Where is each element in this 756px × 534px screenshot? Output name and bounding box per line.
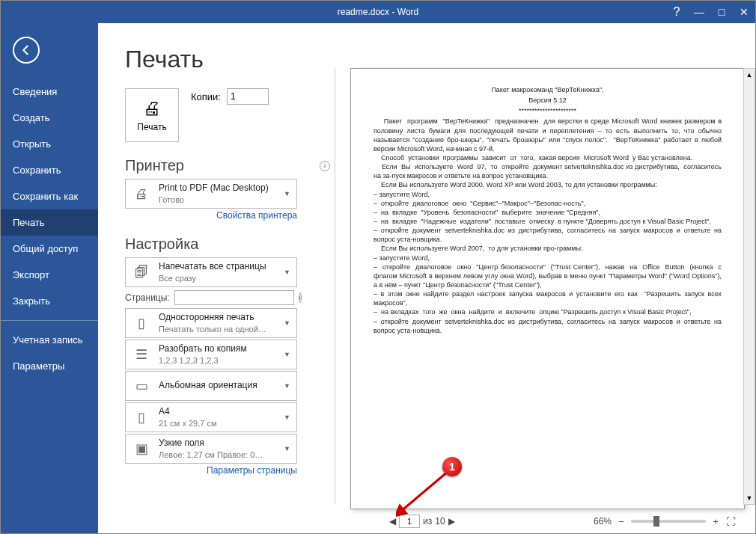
sides-dropdown[interactable]: ▯ Односторонняя печать Печатать только н… bbox=[125, 308, 297, 338]
pages-icon: 🗐 bbox=[130, 261, 153, 283]
vertical-divider bbox=[335, 68, 335, 503]
copies-input[interactable] bbox=[227, 88, 269, 105]
print-button-label: Печать bbox=[137, 122, 166, 132]
preview-statusbar: ◀ из 10 ▶ 66% − + ⛶ bbox=[350, 509, 745, 533]
back-button[interactable] bbox=[13, 37, 40, 64]
pages-input[interactable] bbox=[174, 290, 294, 305]
nav-account[interactable]: Учетная запись bbox=[1, 327, 98, 353]
preview-title1: Пакет макрокоманд "ВерТеКнижка". bbox=[374, 85, 722, 94]
preview-title2: Версия 5.12 bbox=[374, 96, 722, 105]
zoom-in-button[interactable]: + bbox=[710, 516, 721, 527]
nav-open[interactable]: Открыть bbox=[1, 131, 98, 157]
page-heading: Печать bbox=[125, 46, 330, 73]
info-icon[interactable]: i bbox=[320, 161, 330, 171]
titlebar: readme.docx - Word ? — □ ✕ bbox=[1, 1, 755, 23]
printer-device-icon: 🖨 bbox=[130, 182, 153, 205]
printer-icon: 🖨 bbox=[143, 98, 161, 119]
prev-page-button[interactable]: ◀ bbox=[389, 516, 396, 527]
window-title: readme.docx - Word bbox=[338, 7, 419, 17]
preview-scrollbar[interactable]: ▲ ▼ bbox=[743, 68, 755, 505]
scroll-up-icon[interactable]: ▲ bbox=[744, 69, 755, 81]
margins-dropdown[interactable]: ▣ Узкие поля Левое: 1,27 см Правое: 0… ▼ bbox=[125, 434, 297, 464]
chevron-down-icon: ▼ bbox=[282, 190, 292, 197]
page-number-input[interactable] bbox=[399, 515, 420, 528]
paper-dropdown[interactable]: ▯ A4 21 см x 29,7 см ▼ bbox=[125, 402, 297, 432]
printer-section-title: Принтер bbox=[125, 157, 184, 174]
printer-status: Готово bbox=[159, 194, 276, 205]
chevron-down-icon: ▼ bbox=[282, 445, 292, 452]
close-button[interactable]: ✕ bbox=[733, 1, 755, 23]
preview-pane: Пакет макрокоманд "ВерТеКнижка". Версия … bbox=[340, 23, 755, 533]
backstage-sidebar: Сведения Создать Открыть Сохранить Сохра… bbox=[1, 23, 98, 533]
chevron-down-icon: ▼ bbox=[282, 414, 292, 421]
nav-info[interactable]: Сведения bbox=[1, 79, 98, 105]
settings-section-title: Настройка bbox=[125, 236, 198, 253]
margins-icon: ▣ bbox=[130, 438, 153, 460]
zoom-slider[interactable] bbox=[631, 520, 706, 523]
page-sep: из bbox=[423, 516, 432, 527]
preview-body: Пакет программ "ВерТеКнижка" предназначе… bbox=[374, 117, 722, 334]
scroll-down-icon[interactable]: ▼ bbox=[744, 492, 755, 504]
pages-label: Страницы: bbox=[125, 292, 170, 303]
print-controls: Печать 🖨 Печать Копии: Принтер i bbox=[98, 23, 330, 533]
zoom-fit-button[interactable]: ⛶ bbox=[725, 516, 736, 527]
next-page-button[interactable]: ▶ bbox=[448, 516, 455, 527]
chevron-down-icon: ▼ bbox=[282, 382, 292, 390]
landscape-icon: ▭ bbox=[130, 375, 153, 397]
page-preview: Пакет макрокоманд "ВерТеКнижка". Версия … bbox=[350, 68, 745, 509]
print-button[interactable]: 🖨 Печать bbox=[125, 88, 179, 142]
printer-properties-link[interactable]: Свойства принтера bbox=[125, 210, 297, 221]
chevron-down-icon: ▼ bbox=[282, 351, 292, 358]
nav-save[interactable]: Сохранить bbox=[1, 157, 98, 183]
printer-name: Print to PDF (Mac Desktop) bbox=[159, 182, 276, 194]
maximize-button[interactable]: □ bbox=[710, 1, 733, 23]
nav-close[interactable]: Закрыть bbox=[1, 288, 98, 314]
zoom-thumb[interactable] bbox=[653, 516, 659, 527]
orientation-dropdown[interactable]: ▭ Альбомная ориентация ▼ bbox=[125, 371, 297, 401]
print-range-dropdown[interactable]: 🗐 Напечатать все страницы Все сразу ▼ bbox=[125, 257, 297, 287]
zoom-out-button[interactable]: − bbox=[616, 516, 627, 527]
paper-icon: ▯ bbox=[130, 406, 153, 429]
nav-new[interactable]: Создать bbox=[1, 105, 98, 131]
nav-export[interactable]: Экспорт bbox=[1, 262, 98, 288]
nav-share[interactable]: Общий доступ bbox=[1, 236, 98, 262]
chevron-down-icon: ▼ bbox=[282, 319, 292, 327]
help-icon[interactable]: ? bbox=[665, 1, 688, 23]
nav-saveas[interactable]: Сохранить как bbox=[1, 183, 98, 209]
page-total: 10 bbox=[435, 516, 445, 527]
annotation-callout-1: 1 bbox=[442, 457, 462, 476]
scroll-track[interactable] bbox=[744, 81, 755, 492]
nav-print[interactable]: Печать bbox=[1, 209, 98, 236]
one-sided-icon: ▯ bbox=[130, 312, 153, 334]
arrow-left-icon bbox=[19, 43, 33, 57]
nav-separator bbox=[1, 320, 98, 321]
collate-icon: ☰ bbox=[130, 343, 153, 366]
page-setup-link[interactable]: Параметры страницы bbox=[125, 465, 297, 476]
zoom-value: 66% bbox=[594, 516, 612, 527]
minimize-button[interactable]: — bbox=[688, 1, 710, 23]
collate-dropdown[interactable]: ☰ Разобрать по копиям 1,2,3 1,2,3 1,2,3 … bbox=[125, 340, 297, 369]
nav-options[interactable]: Параметры bbox=[1, 353, 98, 379]
chevron-down-icon: ▼ bbox=[282, 268, 292, 276]
preview-stars: ********************** bbox=[374, 106, 722, 115]
copies-label: Копии: bbox=[191, 91, 221, 102]
info-icon[interactable]: i bbox=[299, 292, 302, 303]
printer-dropdown[interactable]: 🖨 Print to PDF (Mac Desktop) Готово ▼ bbox=[125, 179, 297, 209]
